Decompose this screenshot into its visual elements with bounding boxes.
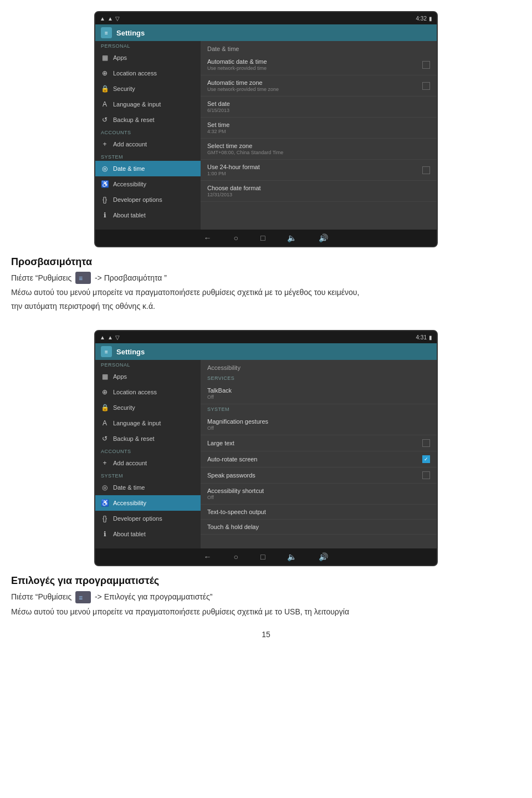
- sidebar-apps-1[interactable]: ▦ Apps: [95, 50, 201, 65]
- addaccount-icon-1: +: [101, 140, 109, 148]
- vol-up-1[interactable]: 🔊: [319, 233, 328, 242]
- auto-timezone-checkbox[interactable]: [422, 82, 430, 90]
- setting-auto-date-left: Automatic date & time Use network-provid…: [207, 58, 267, 71]
- sidebar-datetime-2[interactable]: ◎ Date & time: [95, 480, 201, 495]
- sidebar-accessibility-1[interactable]: ♿ Accessibility: [95, 176, 201, 192]
- setting-set-date-title: Set date: [207, 100, 230, 107]
- sidebar-apps-2[interactable]: ▦ Apps: [95, 369, 201, 384]
- settings-icon-inline-2: [75, 591, 91, 603]
- datetime-icon-1: ◎: [101, 165, 109, 172]
- language-label-1: Language & input: [113, 101, 161, 108]
- setting-touchhold[interactable]: Touch & hold delay: [201, 520, 437, 535]
- setting-tts-left: Text-to-speech output: [207, 509, 266, 515]
- apps-icon-2: ▦: [101, 373, 109, 380]
- setting-auto-date[interactable]: Automatic date & time Use network-provid…: [201, 54, 437, 75]
- apps-label-2: Apps: [113, 373, 127, 380]
- largetext-checkbox[interactable]: [422, 439, 430, 447]
- setting-accshortcut-title: Accessibility shortcut: [207, 487, 264, 494]
- vol-up-2[interactable]: 🔊: [319, 552, 328, 561]
- sidebar-security-1[interactable]: 🔒 Security: [95, 81, 201, 96]
- sidebar-about-1[interactable]: ℹ About tablet: [95, 207, 201, 223]
- setting-touchhold-title: Touch & hold delay: [207, 523, 259, 530]
- setting-autorotate-title: Auto-rotate screen: [207, 456, 258, 462]
- home-button-1[interactable]: ○: [234, 233, 238, 242]
- setting-accshortcut[interactable]: Accessibility shortcut Off: [201, 484, 437, 505]
- setting-accshortcut-sub: Off: [207, 495, 264, 500]
- sidebar-security-2[interactable]: 🔒 Security: [95, 400, 201, 415]
- main-panel-2: Accessibility SERVICES TalkBack Off SYST…: [201, 360, 437, 548]
- security-label-2: Security: [113, 404, 135, 411]
- sidebar-developer-2[interactable]: {} Developer options: [95, 511, 201, 526]
- section-system-acc: SYSTEM: [201, 404, 437, 414]
- sidebar-backup-2[interactable]: ↺ Backup & reset: [95, 431, 201, 446]
- setting-speakpasswords[interactable]: Speak passwords: [201, 467, 437, 484]
- sidebar-addaccount-1[interactable]: + Add account: [95, 136, 201, 152]
- setting-set-time-sub: 4:32 PM: [207, 129, 229, 134]
- setting-set-date[interactable]: Set date 6/15/2013: [201, 96, 437, 118]
- setting-speakpasswords-left: Speak passwords: [207, 472, 255, 479]
- accessibility-label-1: Accessibility: [113, 181, 146, 187]
- back-button-2[interactable]: ←: [204, 552, 212, 561]
- setting-set-time[interactable]: Set time 4:32 PM: [201, 118, 437, 139]
- home-button-2[interactable]: ○: [234, 552, 238, 561]
- datetime-label-1: Date & time: [113, 165, 145, 172]
- autorotate-checkbox[interactable]: ✓: [422, 455, 430, 463]
- datetime-label-2: Date & time: [113, 484, 145, 491]
- setting-speakpasswords-title: Speak passwords: [207, 472, 255, 479]
- setting-touchhold-left: Touch & hold delay: [207, 523, 259, 530]
- sidebar-accessibility-2[interactable]: ♿ Accessibility: [95, 495, 201, 511]
- sidebar-language-1[interactable]: A Language & input: [95, 96, 201, 112]
- setting-timezone[interactable]: Select time zone GMT+08:00, China Standa…: [201, 139, 437, 160]
- sidebar-location-2[interactable]: ⊕ Location access: [95, 384, 201, 400]
- sidebar-location-1[interactable]: ⊕ Location access: [95, 65, 201, 81]
- sidebar-addaccount-2[interactable]: + Add account: [95, 455, 201, 471]
- datetime-icon-2: ◎: [101, 484, 109, 491]
- setting-talkback-sub: Off: [207, 394, 232, 400]
- location-label-2: Location access: [113, 389, 157, 395]
- recent-button-1[interactable]: □: [260, 233, 265, 242]
- accessibility-label-2: Accessibility: [113, 500, 146, 506]
- section-personal-1: PERSONAL: [95, 41, 201, 50]
- auto-date-checkbox[interactable]: [422, 61, 430, 69]
- speakpasswords-checkbox[interactable]: [422, 471, 430, 479]
- sidebar-language-2[interactable]: A Language & input: [95, 415, 201, 431]
- backup-label-1: Backup & reset: [113, 116, 155, 123]
- vol-down-2[interactable]: 🔈: [287, 552, 296, 561]
- signal-icon-2: ▲: [108, 334, 113, 340]
- settings-icon-inline-1: [75, 272, 91, 284]
- recent-button-2[interactable]: □: [260, 552, 265, 561]
- accessibility-icon-2: ♿: [101, 499, 109, 507]
- setting-auto-timezone-left: Automatic time zone Use network-provided…: [207, 79, 279, 92]
- setting-dateformat[interactable]: Choose date format 12/31/2013: [201, 181, 437, 202]
- para-2-line1b: Επιλογές για προγραμματιστές”: [104, 592, 213, 601]
- setting-set-date-sub: 6/15/2013: [207, 108, 230, 113]
- para-1-line1b: Προσβασιμότητα ”: [104, 273, 167, 282]
- sidebar-backup-1[interactable]: ↺ Backup & reset: [95, 112, 201, 128]
- setting-talkback[interactable]: TalkBack Off: [201, 383, 437, 404]
- vol-down-1[interactable]: 🔈: [287, 233, 296, 242]
- setting-talkback-title: TalkBack: [207, 387, 232, 394]
- setting-tts[interactable]: Text-to-speech output: [201, 505, 437, 520]
- back-button-1[interactable]: ←: [204, 233, 212, 242]
- setting-auto-timezone[interactable]: Automatic time zone Use network-provided…: [201, 75, 437, 96]
- setting-set-date-left: Set date 6/15/2013: [207, 100, 230, 113]
- setting-timezone-sub: GMT+08:00, China Standard Time: [207, 150, 283, 155]
- title-label-2: Settings: [116, 348, 145, 356]
- sidebar-about-2[interactable]: ℹ About tablet: [95, 526, 201, 542]
- status-bar-1: ▲ ▲ ▽ 4:32 ▮: [95, 12, 437, 24]
- sidebar-developer-1[interactable]: {} Developer options: [95, 192, 201, 207]
- para-1-arrow: ->: [95, 273, 102, 282]
- setting-magnification[interactable]: Magnification gestures Off: [201, 414, 437, 435]
- developer-icon-2: {}: [101, 515, 109, 522]
- para-2: Πιέστε “Ρυθμίσεις -> Επιλογές για προγρα…: [11, 591, 521, 603]
- language-icon-1: A: [101, 100, 109, 108]
- setting-24hour-sub: 1:00 PM: [207, 171, 260, 176]
- setting-autorotate[interactable]: Auto-rotate screen ✓: [201, 451, 437, 467]
- setting-largetext[interactable]: Large text: [201, 435, 437, 451]
- section-system-1: SYSTEM: [95, 152, 201, 161]
- heading-2: Επιλογές για προγραμματιστές: [11, 575, 521, 587]
- security-icon-2: 🔒: [101, 404, 109, 411]
- sidebar-datetime-1[interactable]: ◎ Date & time: [95, 161, 201, 176]
- setting-24hour[interactable]: Use 24-hour format 1:00 PM: [201, 160, 437, 181]
- 24hour-checkbox[interactable]: [422, 166, 430, 174]
